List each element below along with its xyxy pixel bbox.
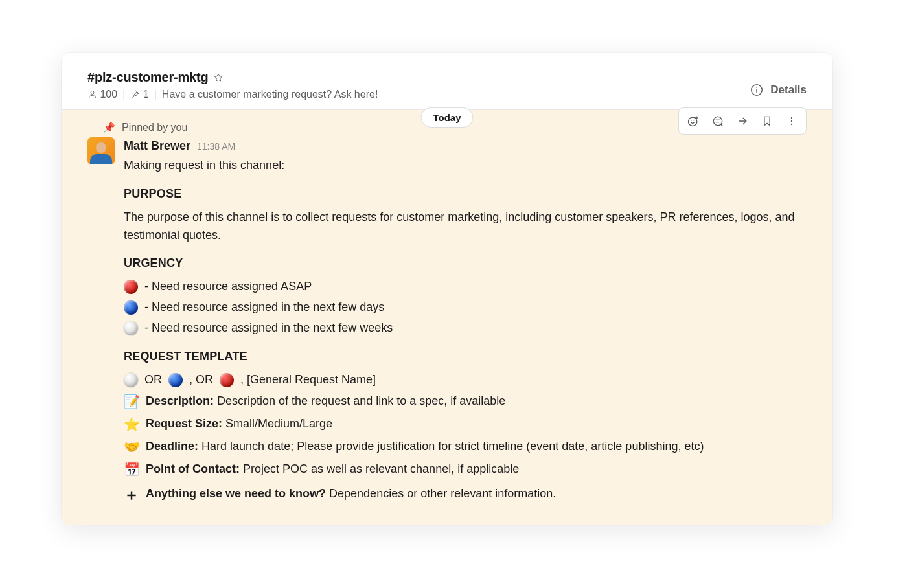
white-circle-icon <box>124 373 138 387</box>
plus-icon: ＋ <box>124 482 139 506</box>
star-icon[interactable] <box>213 73 224 83</box>
template-row-description: 📝 Description: Description of the reques… <box>124 392 807 412</box>
thread-button[interactable] <box>706 112 729 130</box>
pin-icon <box>130 89 140 99</box>
svg-point-10 <box>791 120 792 122</box>
pin-count[interactable]: 1 <box>130 89 148 100</box>
details-label: Details <box>770 84 807 96</box>
channel-header-right[interactable]: Details <box>750 83 807 97</box>
svg-point-9 <box>791 117 792 119</box>
channel-meta: 100 | 1 | Have a customer marketing requ… <box>87 89 378 100</box>
template-title: REQUEST TEMPLATE <box>124 348 807 366</box>
memo-icon: 📝 <box>124 392 139 412</box>
meta-separator: | <box>154 89 157 100</box>
more-actions-button[interactable] <box>780 112 803 130</box>
person-icon <box>87 89 97 99</box>
urgency-list: - Need resource assigned ASAP - Need res… <box>124 278 807 337</box>
member-count[interactable]: 100 <box>87 89 117 100</box>
template-row-poc: 📅 Point of Contact: Project POC as well … <box>124 460 807 480</box>
urgency-title: URGENCY <box>124 254 807 273</box>
svg-point-4 <box>689 117 697 126</box>
message-actions-toolbar <box>678 107 807 135</box>
message-author[interactable]: Matt Brewer <box>124 137 190 155</box>
red-circle-icon <box>124 280 138 294</box>
template-row-else: ＋ Anything else we need to know? Depende… <box>124 482 807 506</box>
template-row-size: ⭐ Request Size: Small/Medium/Large <box>124 414 807 435</box>
template-row-priority: OR , OR , [General Request Name] <box>124 371 807 389</box>
share-button[interactable] <box>731 112 754 130</box>
pinned-label: Pinned by you <box>122 122 187 133</box>
svg-point-11 <box>791 124 792 125</box>
date-divider-chip[interactable]: Today <box>420 107 473 128</box>
urgency-item-white: - Need resource assigned in the next few… <box>124 319 807 337</box>
white-circle-icon <box>124 321 138 335</box>
template-list: OR , OR , [General Request Name] 📝 Descr… <box>124 371 807 506</box>
red-circle-icon <box>220 373 234 387</box>
purpose-title: PURPOSE <box>124 185 807 203</box>
calendar-icon: 📅 <box>124 460 139 480</box>
pin-icon: 📌 <box>103 122 115 133</box>
blue-circle-icon <box>124 300 138 315</box>
template-row-deadline: 🤝 Deadline: Hard launch date; Please pro… <box>124 437 807 457</box>
channel-name[interactable]: #plz-customer-mktg <box>87 70 208 85</box>
message: Matt Brewer 11:38 AM Making request in t… <box>87 137 807 506</box>
add-reaction-button[interactable] <box>682 112 705 130</box>
channel-topic[interactable]: Have a customer marketing request? Ask h… <box>162 89 378 100</box>
avatar[interactable] <box>87 137 115 164</box>
meta-separator: | <box>122 89 125 100</box>
purpose-body: The purpose of this channel is to collec… <box>124 209 807 245</box>
svg-point-3 <box>757 87 757 88</box>
urgency-item-blue: - Need resource assigned in the next few… <box>124 299 807 317</box>
channel-header: #plz-customer-mktg 100 | 1 | Have a cust… <box>62 53 832 110</box>
bookmark-button[interactable] <box>755 112 779 130</box>
handshake-icon: 🤝 <box>124 437 139 457</box>
svg-point-5 <box>691 120 692 121</box>
star-icon: ⭐ <box>124 414 139 435</box>
message-area: Today 📌 Pinned by you Matt Brewer 11:38 … <box>62 110 832 525</box>
blue-circle-icon <box>168 373 183 387</box>
info-icon <box>750 83 764 97</box>
channel-header-left: #plz-customer-mktg 100 | 1 | Have a cust… <box>87 70 378 100</box>
message-timestamp[interactable]: 11:38 AM <box>197 140 235 154</box>
message-content: Matt Brewer 11:38 AM Making request in t… <box>124 137 807 506</box>
urgency-item-red: - Need resource assigned ASAP <box>124 278 807 296</box>
slack-channel-card: #plz-customer-mktg 100 | 1 | Have a cust… <box>62 53 832 525</box>
message-intro: Making request in this channel: <box>124 157 807 175</box>
svg-point-6 <box>693 120 694 121</box>
svg-point-0 <box>91 91 94 95</box>
